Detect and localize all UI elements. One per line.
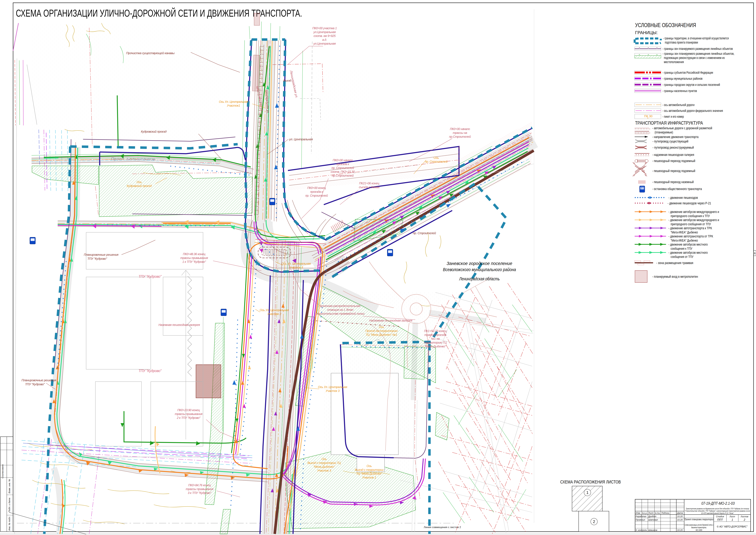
- svg-text:Всеволожского муниципального р: Всеволожского муниципального района: [443, 267, 516, 272]
- svg-text:ПК0+00 начало: ПК0+00 начало: [333, 158, 353, 162]
- svg-text:- границы городских округов и: - границы городских округов и сельских п…: [662, 83, 720, 87]
- svg-text:- движение автотранспорта к ТР: - движение автотранспорта к ТРК: [668, 226, 712, 230]
- svg-text:соотв. ПК2+15,30: соотв. ПК2+15,30: [331, 170, 355, 173]
- svg-text:Ось: Ось: [434, 156, 439, 159]
- svg-text:© АО "АВТО-ДОРСЕРВИС": © АО "АВТО-ДОРСЕРВИС": [717, 525, 748, 528]
- svg-text:- пешеходный переход наземный: - пешеходный переход наземный: [652, 180, 694, 184]
- svg-text:Взам. инв. №: Взам. инв. №: [8, 479, 11, 493]
- svg-text:- движение автотранспорта от Т: - движение автотранспорта от ТРК: [668, 234, 713, 238]
- svg-text:- ось автомобильной дороги фед: - ось автомобильной дороги федерального …: [662, 109, 723, 113]
- svg-text:(планируемые): (планируемые): [655, 130, 673, 134]
- svg-text:- границы зон планируемого раз: - границы зон планируемого размещения ли…: [662, 52, 734, 56]
- svg-text:сообщения от ТПУ: сообщения от ТПУ: [671, 255, 693, 259]
- svg-text:Конечная распределительная: Конечная распределительная: [320, 304, 361, 308]
- svg-text:ППТ: ППТ: [717, 518, 723, 521]
- svg-text:Участок 2: Участок 2: [267, 312, 281, 316]
- svg-text:- границы субъектов Российской: - границы субъектов Российской Федерации: [662, 70, 713, 74]
- svg-text:07-19-ДПТ-МО-2.1-03: 07-19-ДПТ-МО-2.1-03: [701, 501, 735, 505]
- svg-text:Участок 3: Участок 3: [325, 389, 339, 392]
- svg-text:Ось Ул. Центральная: Ось Ул. Центральная: [219, 100, 248, 103]
- svg-text:- ось автомобильной дороги: - ось автомобильной дороги: [662, 103, 694, 107]
- svg-text:- пешеходный переход подземный: - пешеходный переход подземный: [652, 159, 695, 163]
- svg-text:Ось: Ось: [321, 457, 327, 461]
- svg-text:2: 2: [743, 518, 745, 521]
- svg-text:Ось: Ось: [137, 180, 142, 184]
- svg-text:1: 1: [586, 490, 588, 495]
- svg-text:Планировочные решения: Планировочные решения: [84, 253, 119, 256]
- svg-text:2: 2: [593, 519, 595, 524]
- svg-text:- путепровод реконструируемый: - путепровод реконструируемый: [653, 146, 694, 150]
- svg-text:пр.Строителей: пр.Строителей: [332, 174, 354, 177]
- svg-text:- границы зон планируемого раз: - границы зон планируемого размещения ли…: [662, 47, 733, 51]
- svg-text:движения транспорта.: движения транспорта.: [691, 526, 707, 529]
- svg-text:ТЦ "Мега Дыбенко": ТЦ "Мега Дыбенко": [356, 472, 382, 475]
- svg-text:- границы населенных пунктов: - границы населенных пунктов: [662, 89, 697, 93]
- svg-text:трассы на: трассы на: [453, 131, 467, 134]
- svg-text:"Мега Дыбенко": "Мега Дыбенко": [313, 465, 335, 468]
- svg-text:Въезд: Въезд: [283, 79, 291, 82]
- svg-text:Шашков: Шашков: [648, 529, 657, 531]
- svg-text:- пикет и его номер: - пикет и его номер: [662, 115, 684, 119]
- svg-text:- планируемый вход в метрополи: - планируемый вход в метрополитен: [652, 275, 698, 278]
- svg-text:"Мега-ИКЕА" Дыбенко: "Мега-ИКЕА" Дыбенко: [671, 230, 698, 234]
- svg-text:Подпись: Подпись: [662, 512, 669, 514]
- svg-text:Проект планировки территории: Проект планировки территории: [685, 518, 714, 521]
- svg-text:- движение пешеходов: - движение пешеходов: [668, 196, 698, 200]
- svg-text:6: 6: [754, 252, 756, 255]
- svg-text:соотв. км 9+925: соотв. км 9+925: [314, 34, 336, 38]
- svg-text:ТПУ "Кудрово": ТПУ "Кудрово": [138, 274, 162, 278]
- svg-text:№ док.: № док.: [655, 512, 660, 514]
- svg-text:Участок 4: Участок 4: [289, 266, 303, 269]
- svg-text:ул.Центральная: ул.Центральная: [313, 42, 336, 45]
- svg-text:Участок1: Участок1: [227, 104, 240, 107]
- svg-text:ул. Центральная: ул. Центральная: [289, 138, 313, 141]
- svg-text:ПК0+00 конец: ПК0+00 конец: [307, 186, 326, 189]
- svg-text:- пешеходный переход подземный: - пешеходный переход подземный: [652, 169, 695, 173]
- svg-text:"Мега-ИКЕА" Дыбенко: "Мега-ИКЕА" Дыбенко: [671, 239, 698, 242]
- svg-text:10.20: 10.20: [677, 519, 683, 521]
- svg-text:Планировочные решения: Планировочные решения: [21, 379, 56, 382]
- svg-text:- движение автобусов междугоро: - движение автобусов междугороднего и: [668, 218, 719, 222]
- svg-text:пр. Строителей: пр. Строителей: [413, 231, 436, 235]
- svg-text:Прочистка существующей канавы: Прочистка существующей канавы: [126, 51, 175, 55]
- svg-text:ПК0+84.76 конец: ПК0+84.76 конец: [188, 484, 211, 487]
- svg-text:трассы примыкания: трассы примыкания: [186, 487, 213, 491]
- svg-text:Проверил: Проверил: [635, 519, 645, 521]
- svg-text:пригородного сообщения к ТПУ: пригородного сообщения к ТПУ: [671, 214, 710, 218]
- svg-text:Ось Ул. Центральная: Ось Ул. Центральная: [282, 262, 311, 265]
- svg-text:Надземная пешеходная галерея: Надземная пешеходная галерея: [369, 319, 412, 322]
- svg-text:1 к ТПУ "Кудрово": 1 к ТПУ "Кудрово": [182, 260, 206, 264]
- svg-text:Кудровский проезд: Кудровский проезд: [127, 184, 152, 187]
- svg-text:Дата: Дата: [677, 512, 683, 514]
- svg-text:№1 на: №1 на: [431, 337, 440, 340]
- svg-text:Изм.: Изм.: [635, 512, 641, 514]
- svg-text:трассы примыкания: трассы примыкания: [175, 412, 202, 416]
- svg-text:ПК0+23.90 конец: ПК0+23.90 конец: [177, 408, 200, 412]
- svg-text:10.20: 10.20: [677, 529, 683, 531]
- svg-text:Инв. № подл.: Инв. № подл.: [8, 516, 11, 530]
- svg-text:- путепровод существующий: - путепровод существующий: [653, 139, 688, 143]
- svg-text:ТПУ "Кудрово": ТПУ "Кудрово": [138, 369, 162, 373]
- svg-text:территорию ТЦ: территорию ТЦ: [424, 341, 447, 344]
- svg-text:Шаповал: Шаповал: [648, 519, 658, 521]
- svg-text:3 к ТПУ "Кудрово": 3 к ТПУ "Кудрово": [188, 491, 211, 494]
- svg-text:Листов: Листов: [741, 515, 748, 518]
- svg-text:Заневское городское поселение: Заневское городское поселение: [447, 261, 512, 266]
- svg-text:- движение автобусов местного: - движение автобусов местного: [668, 242, 708, 246]
- svg-text:Ось Ул. Центральная: Ось Ул. Центральная: [318, 385, 347, 389]
- svg-text:- направление движения транспо: - направление движения транспорта: [652, 135, 699, 139]
- svg-text:Наземная пешеходная галерея: Наземная пешеходная галерея: [159, 323, 200, 326]
- svg-text:Подп. и дата: Подп. и дата: [8, 498, 11, 512]
- svg-text:ПК21+06 конец: ПК21+06 конец: [359, 182, 379, 185]
- svg-text:Согласовано: Согласовано: [1, 464, 4, 478]
- svg-text:пр. Строителей: пр. Строителей: [332, 166, 354, 170]
- svg-text:подготовка проекта планировки: подготовка проекта планировки: [665, 41, 698, 44]
- svg-text:- зона размещения трамвая: - зона размещения трамвая: [656, 261, 693, 265]
- svg-text:съезда к домам: съезда к домам: [359, 185, 379, 189]
- svg-text:"Строительство подъезда к ТПУ: "Строительство подъезда к ТПУ "Кудрово" …: [685, 510, 750, 512]
- svg-text:Лист: Лист: [648, 512, 654, 514]
- svg-text:Просп. Большевиков: Просп. Большевиков: [111, 157, 155, 161]
- svg-text:УСЛОВНЫЕ ОБОЗНАЧЕНИЯ: УСЛОВНЫЕ ОБОЗНАЧЕНИЯ: [635, 22, 696, 28]
- svg-text:- движение автобусов междугоро: - движение автобусов междугороднего и: [668, 210, 719, 214]
- svg-text:ТПУ "Кудрово": ТПУ "Кудрово": [25, 382, 45, 386]
